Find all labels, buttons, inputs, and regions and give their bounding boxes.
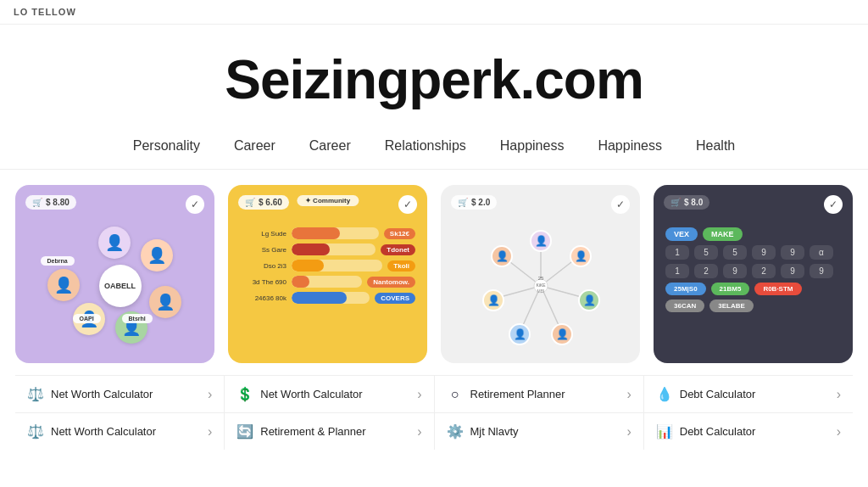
- tool-debt-1[interactable]: 💧 Debt Calculator ›: [644, 376, 853, 412]
- bar-fill-1: [292, 227, 340, 239]
- label-btsrhl: Btsrhl: [122, 314, 153, 323]
- orbit-node-5: 👤: [141, 239, 173, 271]
- tool-icon-2: 💲: [236, 386, 253, 402]
- center-node: OABELL: [99, 265, 142, 307]
- nav-item-2[interactable]: Career: [309, 138, 351, 154]
- svg-text:KiKE: KiKE: [536, 283, 546, 288]
- tool-icon-4: 💧: [656, 386, 673, 402]
- dark-grid: VEX MAKE 1 5 5 9 9 α 1 2 9 2 9 9 25M|S0: [665, 227, 841, 312]
- community-label: ✦ Community: [297, 195, 359, 206]
- nav-item-6[interactable]: Health: [696, 138, 735, 154]
- cards-section: 🛒 $ 8.80 ✓ OABELL 👤 👤 👤 👤: [0, 170, 868, 375]
- bar-label-5: 24636 80k: [240, 294, 287, 302]
- svg-text:👤: 👤: [582, 294, 595, 306]
- dark-row-2: 1 2 9 2 9 9: [665, 264, 841, 278]
- top-bar: LO TELLOW: [0, 0, 868, 25]
- tool-label-5: Nett Worth Calculator: [51, 425, 156, 438]
- bar-fill-5: [292, 292, 347, 304]
- tool-arrow-3: ›: [626, 387, 631, 402]
- cell-2-2: 2: [694, 264, 718, 278]
- card1-badge-icon: 🛒: [32, 198, 42, 207]
- svg-text:👤: 👤: [555, 327, 568, 340]
- tool-net-worth-2[interactable]: 💲 Net Worth Calculator ›: [225, 376, 434, 412]
- tool-icon-3: ○: [447, 387, 464, 402]
- cell-2-5: 9: [781, 264, 804, 278]
- pill-make: MAKE: [703, 227, 743, 241]
- pill-r0bstm: R0B·STM: [754, 283, 801, 295]
- svg-text:👤: 👤: [495, 249, 508, 262]
- cell-2-1: 1: [665, 264, 689, 278]
- dark-row-4: 36CAN 3ELABE: [665, 299, 841, 312]
- tool-arrow-8: ›: [837, 424, 841, 439]
- tool-left-8: 📊 Debt Calculator: [656, 423, 756, 439]
- tool-left-1: ⚖️ Net Worth Calculator: [27, 386, 153, 402]
- svg-text:👤: 👤: [534, 234, 547, 247]
- bar-pill-2: Tdonet: [381, 244, 415, 255]
- dark-row-1: 1 5 5 9 9 α: [665, 245, 841, 260]
- tool-arrow-2: ›: [417, 387, 421, 402]
- bar-track-4: [292, 276, 362, 288]
- card-personality: 🛒 $ 8.80 ✓ OABELL 👤 👤 👤 👤: [15, 185, 214, 363]
- bar-label-2: Ss Gare: [240, 246, 287, 254]
- tool-retirement-1[interactable]: ○ Retirement Planner ›: [435, 376, 644, 412]
- bar-track-1: [292, 227, 379, 239]
- tool-label-8: Debt Calculator: [680, 425, 756, 438]
- tool-arrow-1: ›: [208, 387, 212, 402]
- tool-arrow-5: ›: [208, 424, 212, 439]
- tool-left-3: ○ Retirement Planner: [447, 387, 565, 402]
- card4-badge-icon: 🛒: [670, 198, 681, 207]
- cell-2-6: 9: [810, 264, 833, 278]
- tool-left-6: 🔄 Retirement & Planner: [236, 423, 365, 439]
- cell-2-4: 2: [752, 264, 776, 278]
- tool-label-4: Debt Calculator: [680, 388, 756, 400]
- bar-fill-4: [292, 276, 309, 288]
- nav-item-3[interactable]: Relationships: [385, 138, 466, 154]
- card2-badge-icon: 🛒: [245, 198, 255, 207]
- tool-retirement-2[interactable]: 🔄 Retirement & Planner ›: [225, 413, 434, 450]
- hero-section: Seizingperk.com: [0, 25, 868, 126]
- tool-left-7: ⚙️ Mjt Nlavty: [447, 423, 519, 439]
- label-oapi: OAPI: [73, 314, 101, 323]
- tool-icon-7: ⚙️: [447, 423, 464, 439]
- dark-row-header: VEX MAKE: [665, 227, 841, 241]
- card2-badge: 🛒 $ 6.60: [238, 195, 289, 210]
- bar-track-3: [292, 260, 382, 271]
- bar-row-3: Dso 2i3 Tkoli: [240, 260, 415, 271]
- bar-pill-1: Sk12€: [384, 228, 415, 239]
- tool-icon-5: ⚖️: [27, 423, 44, 439]
- nav-item-4[interactable]: Happiness: [500, 138, 565, 154]
- tool-row-1: ⚖️ Net Worth Calculator › 💲 Net Worth Ca…: [15, 375, 853, 412]
- pill-3elabe: 3ELABE: [709, 299, 754, 312]
- orbit-node-4: 👤: [149, 286, 181, 318]
- cell-1-6: α: [810, 245, 833, 260]
- nav-item-1[interactable]: Career: [234, 138, 275, 154]
- pill-vex: VEX: [665, 227, 698, 241]
- orbit-node-6: 👤: [98, 227, 131, 259]
- orbit-node-1: 👤: [47, 269, 80, 301]
- cell-1-2: 5: [694, 245, 718, 260]
- dark-row-3: 25M|S0 21BM5 R0B·STM: [665, 283, 841, 295]
- bar-fill-2: [292, 244, 330, 255]
- card1-check: ✓: [186, 195, 204, 214]
- tool-label-2: Net Worth Calculator: [260, 388, 362, 400]
- tool-mjt[interactable]: ⚙️ Mjt Nlavty ›: [435, 413, 644, 450]
- bar-list: Lg Sude Sk12€ Ss Gare Tdonet Dso 2i3 Tko…: [240, 227, 415, 304]
- tool-icon-8: 📊: [656, 423, 673, 439]
- nav-item-0[interactable]: Personality: [133, 138, 200, 154]
- nav-item-5[interactable]: Happiness: [598, 138, 662, 154]
- tool-net-worth-1[interactable]: ⚖️ Net Worth Calculator ›: [15, 376, 225, 412]
- tool-label-7: Mjt Nlavty: [470, 425, 519, 438]
- bar-label-1: Lg Sude: [240, 230, 287, 238]
- tool-debt-2[interactable]: 📊 Debt Calculator ›: [644, 413, 853, 450]
- tool-nett-worth[interactable]: ⚖️ Nett Worth Calculator ›: [15, 413, 225, 450]
- tool-icon-1: ⚖️: [27, 386, 44, 402]
- card1-badge: 🛒 $ 8.80: [25, 195, 76, 210]
- wheel-svg: 👤 👤 👤 👤 👤 👤 👤 25 KiKE MBI: [477, 222, 604, 350]
- tools-section: ⚖️ Net Worth Calculator › 💲 Net Worth Ca…: [0, 375, 868, 458]
- cell-1-5: 9: [781, 245, 804, 260]
- pill-36can: 36CAN: [665, 299, 704, 312]
- tool-left-2: 💲 Net Worth Calculator: [236, 386, 362, 402]
- card1-badge-value: $ 8.80: [46, 198, 70, 207]
- bar-row-5: 24636 80k COVERS: [240, 292, 415, 304]
- pill-21bm5: 21BM5: [711, 283, 750, 295]
